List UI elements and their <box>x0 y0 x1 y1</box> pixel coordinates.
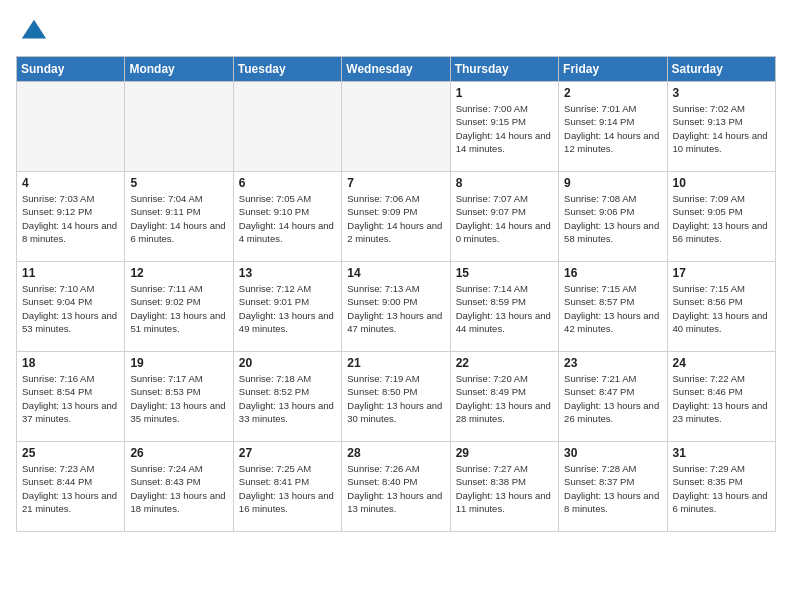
cell-content: Sunrise: 7:08 AMSunset: 9:06 PMDaylight:… <box>564 192 661 245</box>
calendar-cell: 12Sunrise: 7:11 AMSunset: 9:02 PMDayligh… <box>125 262 233 352</box>
day-number: 18 <box>22 356 119 370</box>
day-number: 23 <box>564 356 661 370</box>
cell-content: Sunrise: 7:04 AMSunset: 9:11 PMDaylight:… <box>130 192 227 245</box>
cell-content: Sunrise: 7:02 AMSunset: 9:13 PMDaylight:… <box>673 102 770 155</box>
calendar-cell: 20Sunrise: 7:18 AMSunset: 8:52 PMDayligh… <box>233 352 341 442</box>
calendar-cell: 24Sunrise: 7:22 AMSunset: 8:46 PMDayligh… <box>667 352 775 442</box>
col-header-saturday: Saturday <box>667 57 775 82</box>
cell-content: Sunrise: 7:09 AMSunset: 9:05 PMDaylight:… <box>673 192 770 245</box>
week-row-5: 25Sunrise: 7:23 AMSunset: 8:44 PMDayligh… <box>17 442 776 532</box>
day-number: 31 <box>673 446 770 460</box>
calendar-cell: 17Sunrise: 7:15 AMSunset: 8:56 PMDayligh… <box>667 262 775 352</box>
calendar-cell: 10Sunrise: 7:09 AMSunset: 9:05 PMDayligh… <box>667 172 775 262</box>
week-row-3: 11Sunrise: 7:10 AMSunset: 9:04 PMDayligh… <box>17 262 776 352</box>
day-number: 2 <box>564 86 661 100</box>
calendar-cell: 13Sunrise: 7:12 AMSunset: 9:01 PMDayligh… <box>233 262 341 352</box>
cell-content: Sunrise: 7:10 AMSunset: 9:04 PMDaylight:… <box>22 282 119 335</box>
cell-content: Sunrise: 7:21 AMSunset: 8:47 PMDaylight:… <box>564 372 661 425</box>
cell-content: Sunrise: 7:26 AMSunset: 8:40 PMDaylight:… <box>347 462 444 515</box>
day-number: 16 <box>564 266 661 280</box>
day-number: 21 <box>347 356 444 370</box>
col-header-tuesday: Tuesday <box>233 57 341 82</box>
calendar-cell: 28Sunrise: 7:26 AMSunset: 8:40 PMDayligh… <box>342 442 450 532</box>
calendar-cell: 21Sunrise: 7:19 AMSunset: 8:50 PMDayligh… <box>342 352 450 442</box>
cell-content: Sunrise: 7:11 AMSunset: 9:02 PMDaylight:… <box>130 282 227 335</box>
day-number: 12 <box>130 266 227 280</box>
calendar-cell: 14Sunrise: 7:13 AMSunset: 9:00 PMDayligh… <box>342 262 450 352</box>
cell-content: Sunrise: 7:27 AMSunset: 8:38 PMDaylight:… <box>456 462 553 515</box>
day-number: 5 <box>130 176 227 190</box>
calendar-cell: 6Sunrise: 7:05 AMSunset: 9:10 PMDaylight… <box>233 172 341 262</box>
day-number: 30 <box>564 446 661 460</box>
cell-content: Sunrise: 7:17 AMSunset: 8:53 PMDaylight:… <box>130 372 227 425</box>
day-number: 19 <box>130 356 227 370</box>
cell-content: Sunrise: 7:12 AMSunset: 9:01 PMDaylight:… <box>239 282 336 335</box>
logo <box>16 16 48 44</box>
day-number: 10 <box>673 176 770 190</box>
calendar-cell: 5Sunrise: 7:04 AMSunset: 9:11 PMDaylight… <box>125 172 233 262</box>
calendar-cell <box>342 82 450 172</box>
day-number: 28 <box>347 446 444 460</box>
col-header-sunday: Sunday <box>17 57 125 82</box>
page-header <box>16 16 776 44</box>
day-number: 26 <box>130 446 227 460</box>
cell-content: Sunrise: 7:15 AMSunset: 8:57 PMDaylight:… <box>564 282 661 335</box>
cell-content: Sunrise: 7:29 AMSunset: 8:35 PMDaylight:… <box>673 462 770 515</box>
calendar-cell: 3Sunrise: 7:02 AMSunset: 9:13 PMDaylight… <box>667 82 775 172</box>
cell-content: Sunrise: 7:19 AMSunset: 8:50 PMDaylight:… <box>347 372 444 425</box>
cell-content: Sunrise: 7:25 AMSunset: 8:41 PMDaylight:… <box>239 462 336 515</box>
calendar-cell: 4Sunrise: 7:03 AMSunset: 9:12 PMDaylight… <box>17 172 125 262</box>
day-number: 13 <box>239 266 336 280</box>
calendar-cell: 18Sunrise: 7:16 AMSunset: 8:54 PMDayligh… <box>17 352 125 442</box>
calendar-table: SundayMondayTuesdayWednesdayThursdayFrid… <box>16 56 776 532</box>
cell-content: Sunrise: 7:01 AMSunset: 9:14 PMDaylight:… <box>564 102 661 155</box>
cell-content: Sunrise: 7:15 AMSunset: 8:56 PMDaylight:… <box>673 282 770 335</box>
day-number: 14 <box>347 266 444 280</box>
day-number: 8 <box>456 176 553 190</box>
day-number: 27 <box>239 446 336 460</box>
calendar-cell: 19Sunrise: 7:17 AMSunset: 8:53 PMDayligh… <box>125 352 233 442</box>
day-number: 20 <box>239 356 336 370</box>
calendar-cell: 9Sunrise: 7:08 AMSunset: 9:06 PMDaylight… <box>559 172 667 262</box>
col-header-wednesday: Wednesday <box>342 57 450 82</box>
day-number: 3 <box>673 86 770 100</box>
cell-content: Sunrise: 7:20 AMSunset: 8:49 PMDaylight:… <box>456 372 553 425</box>
cell-content: Sunrise: 7:24 AMSunset: 8:43 PMDaylight:… <box>130 462 227 515</box>
calendar-cell <box>125 82 233 172</box>
cell-content: Sunrise: 7:13 AMSunset: 9:00 PMDaylight:… <box>347 282 444 335</box>
cell-content: Sunrise: 7:22 AMSunset: 8:46 PMDaylight:… <box>673 372 770 425</box>
cell-content: Sunrise: 7:07 AMSunset: 9:07 PMDaylight:… <box>456 192 553 245</box>
calendar-cell <box>233 82 341 172</box>
calendar-cell: 27Sunrise: 7:25 AMSunset: 8:41 PMDayligh… <box>233 442 341 532</box>
calendar-cell: 29Sunrise: 7:27 AMSunset: 8:38 PMDayligh… <box>450 442 558 532</box>
calendar-cell: 31Sunrise: 7:29 AMSunset: 8:35 PMDayligh… <box>667 442 775 532</box>
week-row-4: 18Sunrise: 7:16 AMSunset: 8:54 PMDayligh… <box>17 352 776 442</box>
day-number: 29 <box>456 446 553 460</box>
calendar-cell: 23Sunrise: 7:21 AMSunset: 8:47 PMDayligh… <box>559 352 667 442</box>
cell-content: Sunrise: 7:23 AMSunset: 8:44 PMDaylight:… <box>22 462 119 515</box>
cell-content: Sunrise: 7:28 AMSunset: 8:37 PMDaylight:… <box>564 462 661 515</box>
cell-content: Sunrise: 7:00 AMSunset: 9:15 PMDaylight:… <box>456 102 553 155</box>
calendar-cell: 16Sunrise: 7:15 AMSunset: 8:57 PMDayligh… <box>559 262 667 352</box>
day-number: 15 <box>456 266 553 280</box>
calendar-cell: 25Sunrise: 7:23 AMSunset: 8:44 PMDayligh… <box>17 442 125 532</box>
day-number: 4 <box>22 176 119 190</box>
cell-content: Sunrise: 7:16 AMSunset: 8:54 PMDaylight:… <box>22 372 119 425</box>
calendar-cell: 8Sunrise: 7:07 AMSunset: 9:07 PMDaylight… <box>450 172 558 262</box>
day-number: 7 <box>347 176 444 190</box>
day-number: 24 <box>673 356 770 370</box>
cell-content: Sunrise: 7:03 AMSunset: 9:12 PMDaylight:… <box>22 192 119 245</box>
calendar-cell: 22Sunrise: 7:20 AMSunset: 8:49 PMDayligh… <box>450 352 558 442</box>
cell-content: Sunrise: 7:05 AMSunset: 9:10 PMDaylight:… <box>239 192 336 245</box>
cell-content: Sunrise: 7:18 AMSunset: 8:52 PMDaylight:… <box>239 372 336 425</box>
calendar-cell: 2Sunrise: 7:01 AMSunset: 9:14 PMDaylight… <box>559 82 667 172</box>
day-number: 17 <box>673 266 770 280</box>
calendar-cell: 7Sunrise: 7:06 AMSunset: 9:09 PMDaylight… <box>342 172 450 262</box>
calendar-cell: 26Sunrise: 7:24 AMSunset: 8:43 PMDayligh… <box>125 442 233 532</box>
col-header-monday: Monday <box>125 57 233 82</box>
calendar-cell <box>17 82 125 172</box>
day-number: 22 <box>456 356 553 370</box>
svg-marker-0 <box>22 20 46 39</box>
calendar-cell: 11Sunrise: 7:10 AMSunset: 9:04 PMDayligh… <box>17 262 125 352</box>
day-number: 6 <box>239 176 336 190</box>
